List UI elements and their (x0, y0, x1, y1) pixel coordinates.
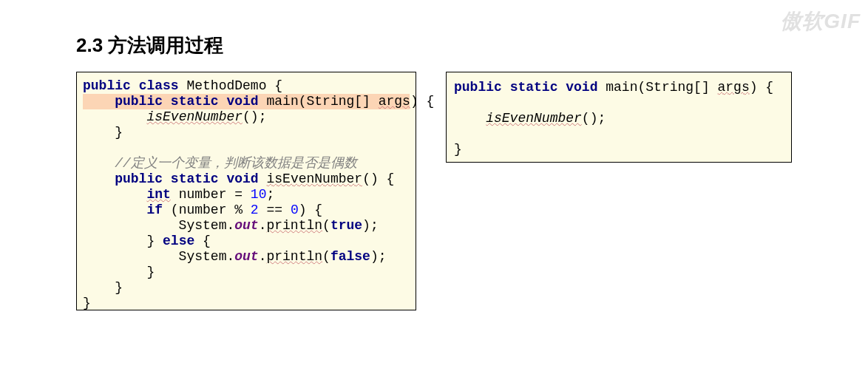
watermark: 傲软GIF (781, 7, 861, 35)
code-line: } (454, 142, 462, 157)
code-line: } (83, 265, 155, 279)
code-line: } (83, 280, 123, 295)
code-line: System.out.println(true); (83, 218, 379, 233)
code-line: public static void isEvenNumber() { (83, 171, 394, 186)
code-line: if (number % 2 == 0) { (83, 203, 322, 217)
code-box-right: public static void main(String[] args) {… (446, 72, 792, 163)
code-line: System.out.println(false); (83, 249, 387, 264)
highlighted-line: public static void main(String[] args) { (83, 94, 410, 109)
code-line: } (83, 125, 123, 140)
code-line: isEvenNumber(); (454, 111, 606, 126)
code-line: isEvenNumber(); (83, 109, 266, 124)
code-line: public class MethodDemo { (83, 78, 282, 93)
code-comment: //定义一个变量，判断该数据是否是偶数 (83, 156, 357, 171)
section-heading: 2.3 方法调用过程 (76, 33, 223, 58)
code-box-left: public class MethodDemo { public static … (76, 72, 416, 310)
code-line: } else { (83, 234, 211, 248)
code-line: int number = 10; (83, 187, 274, 202)
code-line: } (83, 296, 91, 310)
code-line: public static void main(String[] args) { (454, 80, 773, 95)
